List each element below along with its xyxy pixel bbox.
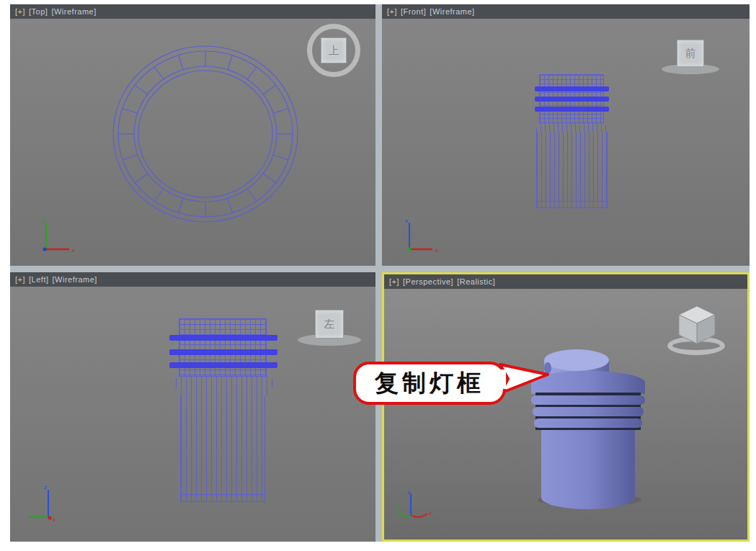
axis-label-y: y [396,503,399,510]
viewport-left[interactable]: [+] [Left] [Wireframe] 左 z x [10,272,375,542]
annotation-pointer [500,364,548,393]
viewcube-face[interactable]: 上 [321,37,347,63]
axis-tripod: z x [17,481,68,524]
wireframe-rib-band [535,86,609,91]
axis-label-y: y [42,218,45,224]
axis-label-x: x [429,510,432,516]
axis-label-x: x [72,247,75,254]
model-rib[interactable] [534,418,642,428]
lamp-wireframe-left-view[interactable] [169,318,277,502]
axis-label-z: z [407,489,410,496]
lamp-wireframe-front-view[interactable] [535,74,609,208]
viewport-view-button[interactable]: [Front] [401,7,426,16]
viewport-perspective-label-bar: [+] [Perspective] [Realistic] [384,274,747,289]
wireframe-rib-band [535,97,609,102]
wireframe-shoulder [171,377,276,396]
viewport-view-button[interactable]: [Top] [29,7,48,16]
wireframe-rib-band [169,335,277,341]
wireframe-base-line [181,494,264,495]
axis-label-z: z [44,484,47,490]
quad-viewport-workspace: [+] [Top] [Wireframe] [0,0,756,551]
viewport-shading-button[interactable]: [Wireframe] [53,275,97,284]
viewport-view-button[interactable]: [Left] [29,275,48,284]
viewport-top-label-bar: [+] [Top] [Wireframe] [10,4,375,19]
viewport-left-label-bar: [+] [Left] [Wireframe] [10,272,375,287]
viewport-front-label-bar: [+] [Front] [Wireframe] [382,4,750,19]
wireframe-body [536,132,608,208]
lamp-wireframe-top-view[interactable] [104,39,307,229]
viewport-shading-button[interactable]: [Realistic] [457,277,495,286]
viewport-top[interactable]: [+] [Top] [Wireframe] [10,4,375,266]
wireframe-rib-band [169,349,277,355]
viewport-view-button[interactable]: [Perspective] [403,277,453,286]
viewport-menu-button[interactable]: [+] [387,7,397,16]
viewport-menu-button[interactable]: [+] [15,7,25,16]
viewport-shading-button[interactable]: [Wireframe] [51,7,96,16]
wireframe-base-line [537,201,607,202]
axis-label-x: x [435,247,438,254]
axis-tripod: z x [395,217,445,256]
wireframe-rib-band [169,362,277,368]
viewcube-iso-cube[interactable] [677,303,717,346]
wireframe-rib-band [535,107,609,112]
viewport-menu-button[interactable]: [+] [389,277,399,286]
axis-label-x: x [53,516,55,523]
axis-tripod: z x y [395,489,445,529]
viewport-front[interactable]: [+] [Front] [Wireframe] 前 z x [382,4,750,266]
annotation-text: 复制灯框 [355,364,504,402]
wireframe-shoulder [536,123,608,132]
viewport-menu-button[interactable]: [+] [15,275,25,284]
wireframe-body [180,396,265,502]
viewcube-face[interactable]: 前 [677,40,704,67]
viewport-shading-button[interactable]: [Wireframe] [430,7,474,16]
annotation-callout: 复制灯框 [352,359,558,412]
axis-label-z: z [405,218,408,224]
axis-tripod: y x [32,217,82,256]
viewcube-face[interactable]: 左 [315,310,344,339]
model-body-cylinder[interactable] [541,426,635,509]
